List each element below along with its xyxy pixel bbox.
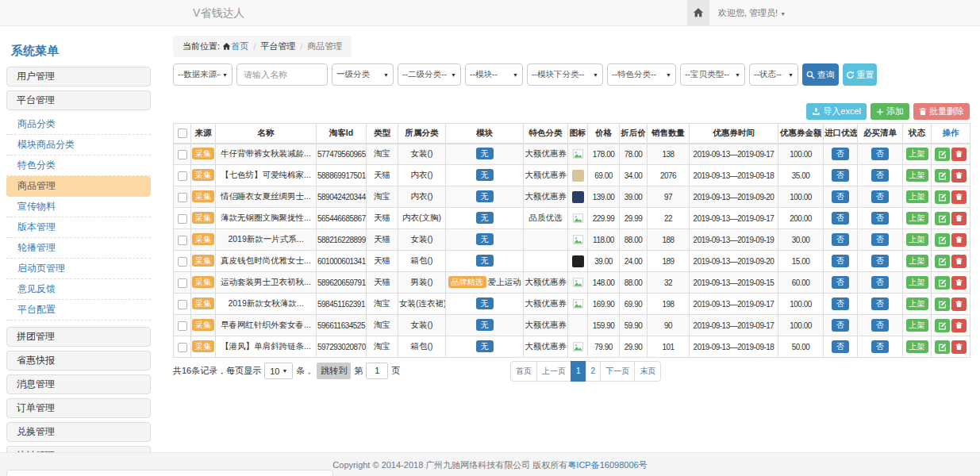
sidebar-item-8[interactable]: 意见反馈 bbox=[6, 279, 151, 300]
delete-button[interactable] bbox=[951, 190, 967, 204]
sidebar-item-7[interactable]: 启动页管理 bbox=[6, 259, 151, 279]
import-select-toggle[interactable]: 否 bbox=[832, 255, 849, 267]
page-button-2[interactable]: 2 bbox=[586, 361, 601, 382]
sidebar-item-6[interactable]: 轮播管理 bbox=[6, 238, 151, 259]
edit-button[interactable] bbox=[935, 340, 950, 354]
filter-select-0[interactable]: --数据来源--▼ bbox=[173, 63, 233, 86]
page-button-1[interactable]: 1 bbox=[571, 361, 586, 382]
edit-button[interactable] bbox=[935, 276, 950, 290]
edit-button[interactable] bbox=[935, 255, 950, 268]
sidebar-group-1[interactable]: 平台管理 bbox=[6, 90, 151, 110]
must-buy-toggle[interactable]: 否 bbox=[871, 255, 889, 267]
status-button[interactable]: 上架 bbox=[906, 190, 928, 203]
delete-button[interactable] bbox=[951, 148, 967, 161]
sidebar-group-6[interactable]: 兑换管理 bbox=[6, 422, 151, 442]
name-search-input[interactable]: 请输入名称 bbox=[236, 63, 328, 86]
delete-button[interactable] bbox=[951, 340, 967, 354]
edit-button[interactable] bbox=[935, 190, 950, 204]
filter-select-8[interactable]: --状态--▼ bbox=[749, 63, 798, 86]
delete-button[interactable] bbox=[951, 233, 967, 247]
edit-button[interactable] bbox=[935, 298, 950, 311]
import-select-toggle[interactable]: 否 bbox=[832, 233, 849, 246]
import-select-toggle[interactable]: 否 bbox=[832, 276, 849, 289]
status-button[interactable]: 上架 bbox=[906, 148, 928, 160]
import-select-toggle[interactable]: 否 bbox=[832, 298, 849, 310]
sidebar-item-0[interactable]: 商品分类 bbox=[6, 114, 151, 135]
delete-button[interactable] bbox=[951, 298, 967, 311]
status-button[interactable]: 上架 bbox=[906, 233, 928, 246]
delete-button[interactable] bbox=[951, 212, 967, 225]
row-checkbox[interactable] bbox=[178, 214, 187, 224]
must-buy-toggle[interactable]: 否 bbox=[871, 298, 889, 310]
sidebar-item-3[interactable]: 商品管理 bbox=[6, 176, 151, 197]
filter-select-5[interactable]: --模块下分类--▼ bbox=[527, 63, 603, 86]
user-menu[interactable]: 欢迎您, 管理员!▼ bbox=[718, 0, 786, 27]
page-button-末页[interactable]: 末页 bbox=[634, 361, 661, 382]
row-checkbox[interactable] bbox=[178, 150, 187, 159]
filter-select-2[interactable]: 一级分类▼ bbox=[332, 63, 394, 86]
import-excel-button[interactable]: 导入excel bbox=[806, 103, 867, 120]
row-checkbox[interactable] bbox=[178, 171, 187, 181]
row-checkbox[interactable] bbox=[178, 278, 187, 288]
row-checkbox[interactable] bbox=[178, 193, 187, 202]
edit-button[interactable] bbox=[935, 212, 950, 225]
row-checkbox[interactable] bbox=[178, 321, 187, 331]
filter-select-6[interactable]: --特色分类--▼ bbox=[607, 63, 676, 86]
edit-button[interactable] bbox=[935, 148, 950, 161]
row-checkbox[interactable] bbox=[178, 236, 187, 245]
sidebar-group-2[interactable]: 拼团管理 bbox=[6, 327, 151, 347]
edit-button[interactable] bbox=[935, 169, 950, 182]
jump-button[interactable]: 跳转到 bbox=[317, 363, 351, 379]
edit-button[interactable] bbox=[935, 233, 950, 247]
status-button[interactable]: 上架 bbox=[906, 340, 928, 353]
sidebar-item-2[interactable]: 特色分类 bbox=[6, 155, 151, 176]
icp-link[interactable]: 粤ICP备16098006号 bbox=[567, 460, 647, 470]
must-buy-toggle[interactable]: 否 bbox=[871, 148, 889, 160]
add-button[interactable]: 添加 bbox=[870, 103, 909, 120]
status-button[interactable]: 上架 bbox=[906, 169, 928, 182]
filter-select-7[interactable]: --宝贝类型--▼ bbox=[680, 63, 745, 86]
sidebar-group-5[interactable]: 订单管理 bbox=[6, 398, 151, 418]
batch-delete-button[interactable]: 批量删除 bbox=[913, 103, 970, 120]
status-button[interactable]: 上架 bbox=[906, 255, 928, 267]
must-buy-toggle[interactable]: 否 bbox=[871, 190, 889, 203]
must-buy-toggle[interactable]: 否 bbox=[871, 233, 889, 246]
row-checkbox[interactable] bbox=[178, 343, 187, 352]
filter-select-4[interactable]: --模块--▼ bbox=[465, 63, 523, 86]
delete-button[interactable] bbox=[951, 169, 967, 182]
home-button[interactable] bbox=[687, 0, 709, 25]
import-select-toggle[interactable]: 否 bbox=[832, 319, 849, 332]
must-buy-toggle[interactable]: 否 bbox=[871, 212, 889, 225]
sidebar-item-9[interactable]: 平台配置 bbox=[6, 300, 151, 321]
filter-select-3[interactable]: --二级分类--▼ bbox=[398, 63, 461, 86]
reset-button[interactable]: 重置 bbox=[843, 63, 877, 86]
sidebar-item-4[interactable]: 宣传物料 bbox=[6, 197, 151, 217]
must-buy-toggle[interactable]: 否 bbox=[871, 340, 889, 353]
edit-button[interactable] bbox=[935, 319, 950, 332]
status-button[interactable]: 上架 bbox=[906, 298, 928, 310]
page-size-select[interactable]: 10▼ bbox=[264, 363, 293, 379]
status-button[interactable]: 上架 bbox=[906, 212, 928, 225]
must-buy-toggle[interactable]: 否 bbox=[871, 169, 889, 182]
select-all-checkbox[interactable] bbox=[178, 129, 187, 138]
delete-button[interactable] bbox=[951, 319, 967, 332]
must-buy-toggle[interactable]: 否 bbox=[871, 319, 889, 332]
status-button[interactable]: 上架 bbox=[906, 319, 928, 332]
page-button-下一页[interactable]: 下一页 bbox=[600, 361, 635, 382]
delete-button[interactable] bbox=[951, 276, 967, 290]
import-select-toggle[interactable]: 否 bbox=[832, 169, 849, 182]
row-checkbox[interactable] bbox=[178, 300, 187, 309]
status-button[interactable]: 上架 bbox=[906, 276, 928, 289]
sidebar-group-0[interactable]: 用户管理 bbox=[6, 67, 151, 86]
query-button[interactable]: 查询 bbox=[802, 63, 839, 86]
sidebar-group-4[interactable]: 消息管理 bbox=[6, 374, 151, 394]
import-select-toggle[interactable]: 否 bbox=[832, 148, 849, 160]
import-select-toggle[interactable]: 否 bbox=[832, 190, 849, 203]
sidebar-item-5[interactable]: 版本管理 bbox=[6, 217, 151, 238]
breadcrumb-home-link[interactable]: 首页 bbox=[231, 40, 248, 52]
import-select-toggle[interactable]: 否 bbox=[832, 212, 849, 225]
sidebar-item-1[interactable]: 模块商品分类 bbox=[6, 135, 151, 155]
sidebar-group-3[interactable]: 省惠快报 bbox=[6, 351, 151, 370]
row-checkbox[interactable] bbox=[178, 257, 187, 267]
delete-button[interactable] bbox=[951, 255, 967, 268]
